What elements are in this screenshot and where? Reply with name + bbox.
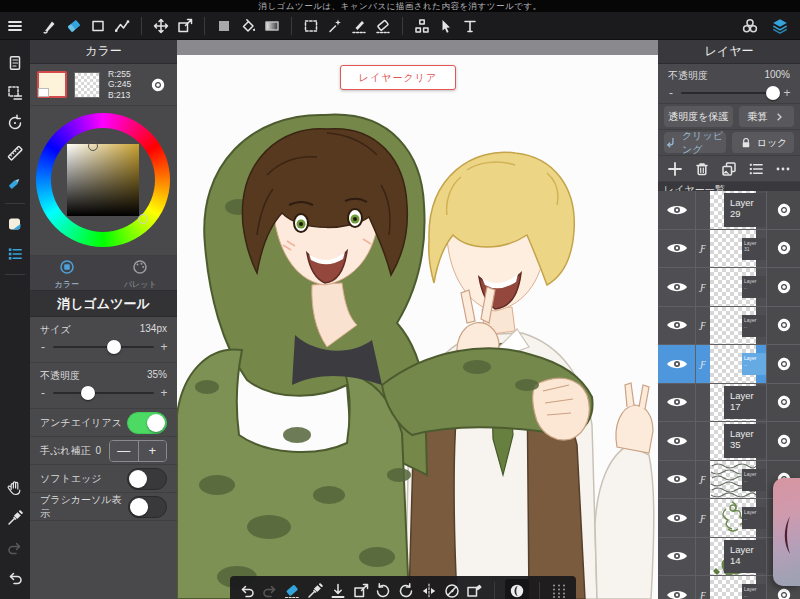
stepper-minus[interactable]: — (110, 441, 139, 461)
drawing-canvas[interactable]: レイヤークリア 2048*2732px 778dpi 75% ブラシ: 134p… (177, 55, 658, 599)
transform-icon[interactable] (351, 581, 371, 599)
eyedropper-icon[interactable] (3, 506, 27, 530)
clipping-button[interactable]: クリッピング (664, 132, 726, 153)
layer-visibility-eye-icon[interactable] (658, 268, 696, 306)
marker-icon[interactable] (3, 171, 27, 195)
undo-icon[interactable] (237, 581, 257, 599)
rotate-ccw-icon[interactable] (373, 581, 393, 599)
layer-visibility-eye-icon[interactable] (658, 576, 696, 599)
flip-h-icon[interactable] (419, 581, 439, 599)
color-wheel[interactable] (30, 106, 177, 256)
rect-select-icon[interactable] (86, 14, 110, 38)
redo-icon[interactable] (3, 536, 27, 560)
duplicate-icon[interactable] (719, 159, 739, 179)
select-eraser-icon[interactable] (371, 14, 395, 38)
transparent-color-swatch[interactable] (74, 72, 100, 98)
layer-visibility-eye-icon[interactable] (658, 461, 696, 499)
select-pen-icon[interactable] (347, 14, 371, 38)
material-cube-icon[interactable] (738, 14, 762, 38)
rotate-canvas-icon[interactable] (3, 111, 27, 135)
eraser-active-icon[interactable] (282, 581, 302, 599)
layer-row[interactable]: Ƒ Layer .. (658, 268, 800, 307)
move-icon[interactable] (149, 14, 173, 38)
plus-icon[interactable] (665, 159, 685, 179)
layer-settings-gear-icon[interactable] (766, 191, 800, 229)
menu-icon[interactable] (3, 14, 27, 38)
layer-settings-gear-icon[interactable] (766, 384, 800, 422)
list-icon[interactable] (746, 159, 766, 179)
hue-knob[interactable] (138, 214, 148, 224)
rotate-lock-icon[interactable] (442, 581, 462, 599)
layer-row[interactable]: Ƒ Layer .. (658, 345, 800, 384)
lock-button[interactable]: ロック (732, 132, 794, 153)
layers-icon[interactable] (768, 14, 792, 38)
menu-button[interactable] (0, 14, 30, 38)
tab-color[interactable]: カラー (30, 256, 104, 290)
hand-icon[interactable] (3, 476, 27, 500)
pages-icon[interactable] (3, 51, 27, 75)
select-layer-icon[interactable] (3, 81, 27, 105)
layer-visibility-eye-icon[interactable] (658, 191, 696, 229)
layer-opacity-slider[interactable]: - + (658, 83, 800, 103)
brush-icon[interactable] (38, 14, 62, 38)
clear-layer-icon[interactable] (464, 581, 484, 599)
color-swatch-icon[interactable] (3, 212, 27, 236)
stepper-plus[interactable]: + (139, 441, 167, 461)
layer-settings-gear-icon[interactable] (766, 268, 800, 306)
save-icon[interactable] (328, 581, 348, 599)
sv-knob[interactable] (88, 141, 98, 151)
drag-grid-icon[interactable] (549, 581, 569, 599)
tab-palette[interactable]: パレット (104, 256, 178, 290)
layer-clear-button[interactable]: レイヤークリア (340, 65, 456, 90)
layer-settings-gear-icon[interactable] (766, 345, 800, 383)
undo-icon[interactable] (3, 566, 27, 590)
layer-visibility-eye-icon[interactable] (658, 230, 696, 268)
fill-icon[interactable] (212, 14, 236, 38)
opacity-slider[interactable]: - + (30, 383, 177, 403)
deselect-icon[interactable] (434, 14, 458, 38)
rotate-cw-icon[interactable] (396, 581, 416, 599)
wand-icon[interactable] (323, 14, 347, 38)
brush-cursor-toggle[interactable] (128, 496, 167, 518)
layer-row[interactable]: Ƒ Layer .. (658, 307, 800, 346)
layer-row[interactable]: Layer 35 (658, 422, 800, 461)
more-icon[interactable] (773, 159, 793, 179)
layer-settings-gear-icon[interactable] (766, 307, 800, 345)
gradient-icon[interactable] (260, 14, 284, 38)
eraser-icon[interactable] (62, 14, 86, 38)
layer-visibility-eye-icon[interactable] (658, 345, 696, 383)
layer-row[interactable]: Ƒ Layer 31 (658, 230, 800, 269)
material-button[interactable] (505, 579, 529, 599)
ruler-icon[interactable] (3, 141, 27, 165)
layer-row[interactable]: Layer 17 (658, 384, 800, 423)
layer-row[interactable]: Layer 29 (658, 191, 800, 230)
layer-visibility-eye-icon[interactable] (658, 307, 696, 345)
layer-visibility-eye-icon[interactable] (658, 499, 696, 537)
trash-icon[interactable] (692, 159, 712, 179)
transform-icon[interactable] (173, 14, 197, 38)
size-slider[interactable]: - + (30, 337, 177, 357)
protect-alpha-button[interactable]: 透明度を保護 (664, 106, 733, 127)
color-settings-gear-icon[interactable] (146, 73, 170, 97)
eyedropper-icon[interactable] (305, 581, 325, 599)
layer-settings-gear-icon[interactable] (766, 422, 800, 460)
bucket-icon[interactable] (236, 14, 260, 38)
blend-mode-button[interactable]: 乗算 (739, 106, 794, 127)
text-icon[interactable] (458, 14, 482, 38)
layer-visibility-eye-icon[interactable] (658, 384, 696, 422)
soft-edge-toggle[interactable] (127, 468, 167, 490)
rgb-g: G:245 (108, 79, 131, 89)
layer-settings-gear-icon[interactable] (766, 230, 800, 268)
stabilize-stepper[interactable]: — + (109, 440, 167, 462)
curve-icon[interactable] (110, 14, 134, 38)
antialias-toggle[interactable] (127, 412, 167, 434)
split-view-icon[interactable] (410, 14, 434, 38)
tool-list-icon[interactable] (3, 242, 27, 266)
layer-visibility-eye-icon[interactable] (658, 422, 696, 460)
saturation-value-square[interactable] (67, 144, 139, 216)
foreground-color-swatch[interactable] (37, 71, 67, 98)
layer-visibility-eye-icon[interactable] (658, 538, 696, 576)
redo-icon[interactable] (260, 581, 280, 599)
marquee-icon[interactable] (299, 14, 323, 38)
brush-preview-popup[interactable] (773, 478, 800, 586)
